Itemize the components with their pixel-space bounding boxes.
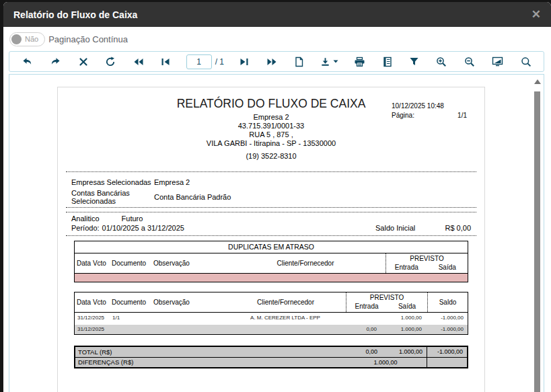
- pagination-toggle-label: Paginação Contínua: [48, 34, 128, 44]
- totals-table: TOTAL (R$) 0,00 1.000,00 -1.000,00 DIFER…: [74, 346, 468, 368]
- zoom-in-icon[interactable]: [435, 55, 448, 69]
- differences-row: DIFERENÇAS (R$) 1.000,00: [75, 357, 467, 367]
- total-saida: 1.000,00: [385, 348, 427, 355]
- download-caret-icon: [333, 60, 338, 63]
- initial-balance-value: R$ 0,00: [429, 224, 471, 232]
- report-page-value: 1/1: [457, 112, 467, 119]
- cell-saldo: -1.000,00: [427, 315, 468, 321]
- report-page-label: Página:: [392, 112, 414, 119]
- viewer-scrollbar[interactable]: [534, 78, 541, 392]
- modal-titlebar: Relatório do Fluxo de Caixa ✕: [3, 2, 551, 27]
- col-header-entrada: Entrada: [386, 264, 427, 271]
- toggle-state-label: Não: [25, 35, 38, 43]
- refresh-icon[interactable]: [104, 55, 117, 69]
- redo-arrow-icon[interactable]: [48, 55, 63, 68]
- close-icon[interactable]: ✕: [531, 9, 541, 20]
- page-total-label: / 1: [215, 57, 224, 67]
- differences-saldo: [427, 358, 467, 367]
- col-header-observacao: Observação: [151, 292, 225, 312]
- report-header: RELATÓRIO DO FLUXO DE CAIXA Empresa 2 43…: [66, 97, 476, 160]
- period-value: 01/10/2025 a 31/12/2025: [102, 224, 184, 232]
- differences-value: 1.000,00: [344, 359, 427, 366]
- companies-label: Empresas Selecionadas: [71, 178, 154, 186]
- scrollbar-thumb[interactable]: [534, 91, 540, 392]
- scroll-up-icon[interactable]: [534, 79, 541, 84]
- differences-label: DIFERENÇAS (R$): [75, 358, 344, 366]
- col-header-cliente: Cliente/Fornecedor: [225, 292, 346, 312]
- report-filters: Empresas Selecionadas Empresa 2 Contas B…: [66, 172, 476, 207]
- rewind-icon[interactable]: [132, 56, 145, 67]
- toggle-knob-icon: [11, 34, 22, 44]
- last-page-icon[interactable]: [238, 56, 250, 67]
- page-navigation: / 1: [186, 54, 224, 69]
- period-label: Período:: [71, 224, 100, 232]
- company-phone: (19) 3522-8310: [66, 152, 476, 160]
- col-header-entrada: Entrada: [346, 303, 387, 310]
- fit-screen-icon[interactable]: [490, 55, 505, 68]
- col-header-documento: Documento: [110, 253, 151, 273]
- overdue-empty-row: [75, 273, 468, 282]
- divider: [66, 207, 476, 208]
- total-label: TOTAL (R$): [75, 348, 344, 356]
- subtotal-saldo: -1.000,00: [427, 326, 468, 332]
- first-page-icon[interactable]: [159, 56, 172, 67]
- total-entrada: 0,00: [344, 348, 385, 355]
- print-icon[interactable]: [353, 55, 367, 69]
- col-header-observacao: Observação: [151, 253, 225, 273]
- viewer-toolbar: / 1: [9, 51, 544, 72]
- previsto-group-header: PREVISTO: [346, 292, 427, 301]
- modal-title: Relatório do Fluxo de Caixa: [13, 9, 137, 20]
- companies-value: Empresa 2: [154, 178, 190, 186]
- col-header-saida: Saída: [427, 264, 468, 271]
- cancel-x-icon[interactable]: [77, 56, 89, 68]
- report-modal: Relatório do Fluxo de Caixa ✕ Não Pagina…: [3, 2, 551, 392]
- table-row: 31/12/2025 1/1 A. M. CEREZER LTDA - EPP …: [75, 312, 468, 323]
- filter-funnel-icon[interactable]: [408, 55, 420, 68]
- continuous-pagination-toggle[interactable]: Não: [9, 32, 45, 46]
- col-header-cliente: Cliente/Fornecedor: [225, 253, 385, 273]
- pagination-toggle-row: Não Paginação Contínua: [3, 27, 551, 51]
- cell-documento: 1/1: [110, 315, 151, 321]
- report-document-icon[interactable]: [381, 55, 394, 69]
- search-icon[interactable]: [519, 55, 533, 69]
- report-datetime: 10/12/2025 10:48: [392, 102, 467, 110]
- overdue-table: DUPLICATAS EM ATRASO Data Vcto Documento…: [74, 241, 468, 282]
- undo-arrow-icon[interactable]: [20, 55, 34, 68]
- blank-page-icon[interactable]: [293, 55, 305, 69]
- col-header-data-vcto: Data Vcto: [75, 253, 110, 273]
- company-cnpj: 43.715.391/0001-33: [66, 122, 476, 130]
- report-page: RELATÓRIO DO FLUXO DE CAIXA Empresa 2 43…: [57, 87, 485, 392]
- company-address-line2: VILA GARBI - Itirapina - SP - 13530000: [66, 139, 476, 148]
- report-type-futuro: Futuro: [122, 214, 143, 223]
- cell-data-vcto: 31/12/2025: [75, 315, 110, 321]
- initial-balance-label: Saldo Inicial: [375, 224, 429, 232]
- total-row: TOTAL (R$) 0,00 1.000,00 -1.000,00: [75, 347, 467, 357]
- divider: [66, 235, 476, 236]
- subtotal-row: 31/12/2025 0,00 1.000,00 -1.000,00: [75, 323, 468, 334]
- report-params: Analitico Futuro Período: 01/10/2025 a 3…: [66, 212, 476, 235]
- col-header-documento: Documento: [110, 292, 151, 312]
- subtotal-entrada: 0,00: [345, 326, 386, 332]
- forecast-table: Data Vcto Documento Observação Cliente/F…: [74, 292, 468, 335]
- col-header-data-vcto: Data Vcto: [75, 292, 110, 312]
- download-button[interactable]: [320, 56, 338, 67]
- accounts-label: Contas Bancárias Selecionadas: [71, 189, 154, 205]
- col-header-saida: Saída: [387, 303, 427, 310]
- cell-saida: 1.000,00: [386, 315, 427, 321]
- company-address-line1: RUA 5 , 875 ,: [66, 130, 476, 139]
- accounts-value: Conta Bancária Padrão: [154, 193, 231, 201]
- subtotal-data-vcto: 31/12/2025: [75, 326, 110, 332]
- subtotal-saida: 1.000,00: [386, 326, 427, 332]
- report-meta: 10/12/2025 10:48 Página: 1/1: [392, 102, 467, 119]
- fast-forward-icon[interactable]: [265, 56, 279, 67]
- total-saldo: -1.000,00: [427, 347, 467, 357]
- previsto-group-header: PREVISTO: [386, 253, 468, 262]
- overdue-table-title: DUPLICATAS EM ATRASO: [75, 241, 468, 253]
- document-viewer: RELATÓRIO DO FLUXO DE CAIXA Empresa 2 43…: [9, 74, 544, 392]
- page-number-input[interactable]: [186, 54, 212, 69]
- col-header-saldo: Saldo: [428, 292, 468, 312]
- report-type-analitico: Analitico: [71, 214, 100, 223]
- cell-cliente: A. M. CEREZER LTDA - EPP: [225, 315, 345, 321]
- zoom-out-icon[interactable]: [463, 55, 476, 69]
